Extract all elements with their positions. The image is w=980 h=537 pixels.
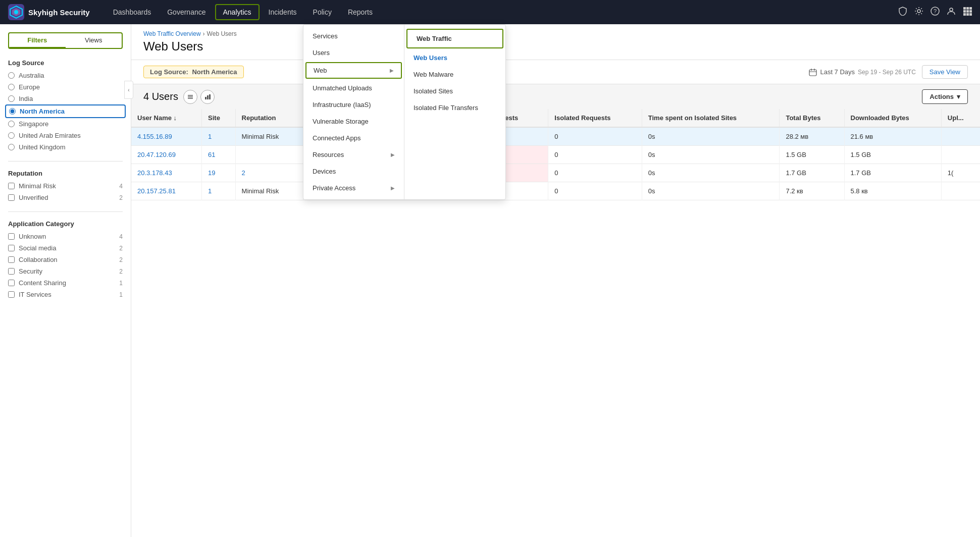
views-tab[interactable]: Views bbox=[66, 33, 122, 48]
app-category-title: Application Category bbox=[8, 220, 123, 228]
filter-divider-2 bbox=[8, 211, 123, 212]
filters-tab[interactable]: Filters bbox=[9, 33, 66, 48]
brand-logo-area: Skyhigh Security bbox=[8, 4, 90, 20]
col-isolated[interactable]: Isolated Requests bbox=[548, 109, 642, 127]
cell-username[interactable]: 20.3.178.43 bbox=[131, 164, 202, 182]
cell-username[interactable]: 4.155.16.89 bbox=[131, 127, 202, 146]
col-site[interactable]: Site bbox=[202, 109, 235, 127]
cell-isolated: 0 bbox=[548, 164, 642, 182]
nav-right-icons: ? bbox=[898, 7, 972, 18]
svg-rect-10 bbox=[969, 7, 972, 10]
dropdown-unmatched[interactable]: Unmatched Uploads bbox=[303, 80, 404, 96]
log-source-north-america[interactable]: North America bbox=[5, 104, 126, 118]
grid-icon[interactable] bbox=[963, 7, 972, 18]
log-source-europe[interactable]: Europe bbox=[8, 83, 123, 91]
log-source-india[interactable]: India bbox=[8, 95, 123, 102]
data-table: User Name ↓ Site Reputation App Name All… bbox=[131, 109, 980, 200]
cell-downloaded: 1.5 GB bbox=[844, 146, 941, 164]
cell-username[interactable]: 20.47.120.69 bbox=[131, 146, 202, 164]
svg-text:?: ? bbox=[934, 8, 937, 14]
data-table-container: User Name ↓ Site Reputation App Name All… bbox=[131, 109, 980, 537]
list-icon bbox=[187, 94, 193, 100]
nav-incidents[interactable]: Incidents bbox=[262, 5, 304, 19]
chart-icon bbox=[204, 94, 211, 100]
log-source-uk[interactable]: United Kingdom bbox=[8, 143, 123, 151]
reputation-section: Reputation Minimal Risk 4 Unverified 2 bbox=[8, 170, 123, 201]
cell-reputation: Minimal Risk bbox=[235, 127, 303, 146]
cell-site: 1 bbox=[202, 182, 235, 200]
cell-downloaded: 21.6 мв bbox=[844, 127, 941, 146]
dropdown-private-access[interactable]: Private Access ▶ bbox=[303, 180, 404, 196]
page-title: Web Users bbox=[143, 39, 968, 53]
chart-view-button[interactable] bbox=[200, 90, 215, 104]
log-source-uae[interactable]: United Arab Emirates bbox=[8, 132, 123, 139]
table-row: 4.155.16.89 1 Minimal Risk Unk... 19.2 к… bbox=[131, 127, 980, 146]
log-source-singapore[interactable]: Singapore bbox=[8, 120, 123, 128]
col-reputation[interactable]: Reputation bbox=[235, 109, 303, 127]
cell-username[interactable]: 20.157.25.81 bbox=[131, 182, 202, 200]
dropdown-web-users[interactable]: Web Users bbox=[404, 49, 505, 66]
nav-policy[interactable]: Policy bbox=[306, 5, 339, 19]
cell-uploaded bbox=[941, 182, 980, 200]
app-cat-security[interactable]: Security 2 bbox=[8, 267, 123, 275]
analytics-dropdown: Services Users Web ▶ Unmatched Uploads I… bbox=[303, 24, 506, 200]
dropdown-resources[interactable]: Resources ▶ bbox=[303, 146, 404, 163]
dropdown-web[interactable]: Web ▶ bbox=[305, 62, 402, 79]
col-time-isolated[interactable]: Time spent on Isolated Sites bbox=[642, 109, 780, 127]
sidebar-toggle[interactable]: ‹ bbox=[124, 81, 133, 99]
dropdown-services[interactable]: Services bbox=[303, 28, 404, 44]
nav-reports[interactable]: Reports bbox=[341, 5, 380, 19]
nav-links: Dashboards Governance Analytics Incident… bbox=[106, 4, 898, 20]
cell-total-bytes: 28.2 мв bbox=[780, 127, 844, 146]
log-source-badge: Log Source: North America bbox=[143, 66, 244, 78]
list-view-button[interactable] bbox=[183, 90, 197, 104]
reputation-unverified[interactable]: Unverified 2 bbox=[8, 194, 123, 201]
cell-isolated: 0 bbox=[548, 146, 642, 164]
nav-governance[interactable]: Governance bbox=[160, 5, 213, 19]
svg-rect-17 bbox=[809, 70, 816, 76]
top-navigation: Skyhigh Security Dashboards Governance A… bbox=[0, 0, 980, 24]
table-toolbar: 4 Users Actions ▾ bbox=[131, 84, 980, 109]
svg-point-4 bbox=[917, 10, 920, 13]
users-count: 4 Users bbox=[143, 90, 215, 104]
svg-point-7 bbox=[950, 8, 953, 11]
app-cat-unknown[interactable]: Unknown 4 bbox=[8, 233, 123, 240]
actions-button[interactable]: Actions ▾ bbox=[922, 89, 968, 104]
log-source-value: North America bbox=[192, 68, 237, 76]
col-downloaded[interactable]: Downloaded Bytes bbox=[844, 109, 941, 127]
col-username[interactable]: User Name ↓ bbox=[131, 109, 202, 127]
user-icon[interactable] bbox=[947, 7, 956, 18]
breadcrumb-parent[interactable]: Web Traffic Overview bbox=[143, 30, 201, 37]
save-view-button[interactable]: Save View bbox=[922, 65, 968, 79]
cell-reputation: Minimal Risk bbox=[235, 182, 303, 200]
settings-icon[interactable] bbox=[914, 7, 923, 18]
analytics-dropdown-col1: Services Users Web ▶ Unmatched Uploads I… bbox=[303, 25, 404, 199]
dropdown-devices[interactable]: Devices bbox=[303, 163, 404, 180]
help-icon[interactable]: ? bbox=[931, 7, 940, 18]
dropdown-connected-apps[interactable]: Connected Apps bbox=[303, 130, 404, 146]
cell-time-isolated: 0s bbox=[642, 164, 780, 182]
app-cat-collaboration[interactable]: Collaboration 2 bbox=[8, 256, 123, 263]
col-uploaded[interactable]: Upl... bbox=[941, 109, 980, 127]
dropdown-iaas[interactable]: Infrastructure (IaaS) bbox=[303, 96, 404, 113]
right-panel: Web Traffic Overview › Web Users Web Use… bbox=[131, 24, 980, 537]
app-cat-it-services[interactable]: IT Services 1 bbox=[8, 291, 123, 298]
svg-point-3 bbox=[14, 10, 18, 14]
dropdown-web-malware[interactable]: Web Malware bbox=[404, 66, 505, 83]
col-total-bytes[interactable]: Total Bytes bbox=[780, 109, 844, 127]
app-cat-social-media[interactable]: Social media 2 bbox=[8, 244, 123, 252]
filter-view-tabs: Filters Views bbox=[8, 32, 123, 49]
page-header: Web Traffic Overview › Web Users Web Use… bbox=[131, 24, 980, 60]
log-source-australia[interactable]: Australia bbox=[8, 72, 123, 79]
reputation-minimal-risk[interactable]: Minimal Risk 4 bbox=[8, 182, 123, 190]
nav-analytics[interactable]: Analytics bbox=[215, 4, 260, 20]
brand-name: Skyhigh Security bbox=[28, 8, 90, 17]
nav-dashboards[interactable]: Dashboards bbox=[106, 5, 159, 19]
dropdown-isolated-sites[interactable]: Isolated Sites bbox=[404, 83, 505, 99]
dropdown-users[interactable]: Users bbox=[303, 44, 404, 61]
shield-icon[interactable] bbox=[898, 7, 907, 18]
cell-uploaded bbox=[941, 146, 980, 164]
dropdown-isolated-file-transfers[interactable]: Isolated File Transfers bbox=[404, 99, 505, 116]
dropdown-vulnerable-storage[interactable]: Vulnerable Storage bbox=[303, 113, 404, 130]
app-cat-content-sharing[interactable]: Content Sharing 1 bbox=[8, 279, 123, 287]
